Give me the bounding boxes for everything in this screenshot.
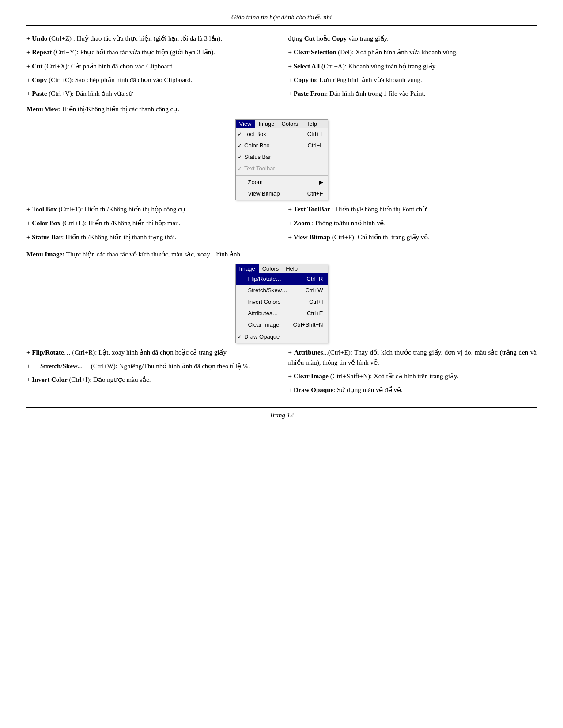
menu-image-stretchskew[interactable]: Stretch/Skew… Ctrl+W <box>236 285 328 296</box>
item-paste-from: + Paste From: Dán hình ảnh trong 1 file … <box>288 89 537 99</box>
footer-page: Trang 12 <box>269 411 294 419</box>
menu-view-colorbox[interactable]: ✓ Color Box Ctrl+L <box>236 140 328 151</box>
item-zoom: + Zoom : Phóng to/thu nhỏ hình vẽ. <box>288 218 537 228</box>
zoom-arrow: ▶ <box>319 177 323 187</box>
shortcut-stretchskew: Ctrl+W <box>305 286 323 295</box>
menu-view-toolbox[interactable]: ✓ Tool Box Ctrl+T <box>236 128 328 140</box>
shortcut-bitmap: Ctrl+F <box>307 189 323 199</box>
item-select-all: + Select All (Ctrl+A): Khoanh vùng toàn … <box>288 61 537 72</box>
menu-image-clearimage[interactable]: Clear Image Ctrl+Shft+N <box>236 319 328 331</box>
page-footer: Trang 12 <box>26 407 537 419</box>
check-drawopaque: ✓ <box>238 334 242 340</box>
page: Giáo trình tin học dành cho thiếu nhi + … <box>0 0 563 728</box>
menu-image-label: Menu Image: Thực hiện các thao tác về kí… <box>26 249 537 260</box>
menu-view-bitmap[interactable]: View Bitmap Ctrl+F <box>236 188 328 200</box>
menu-image-image: Image Colors Help Flip/Rotate… Ctrl+R St… <box>26 264 537 343</box>
menu-view-box: View Image Colors Help ✓ Tool Box Ctrl+T… <box>235 119 328 200</box>
menu-bar-image2[interactable]: Image <box>236 264 259 273</box>
menu-bar-help2[interactable]: Help <box>282 264 301 273</box>
shortcut-colorbox: Ctrl+L <box>307 141 323 151</box>
shortcut-attributes: Ctrl+E <box>307 309 323 318</box>
item-stretchskew: + Stretch/Skew... (Ctrl+W): Nghiêng/Thu … <box>26 361 275 371</box>
item-drawopaque: + Draw Opaque: Sử dụng màu vẽ để vẽ. <box>288 385 537 395</box>
menu-view-bar: View Image Colors Help <box>236 120 328 128</box>
menu-image-invertcolors[interactable]: Invert Colors Ctrl+I <box>236 296 328 308</box>
menu-view-texttoolbar[interactable]: ✓ Text Toolbar <box>236 163 328 174</box>
check-statusbar: ✓ <box>238 154 242 160</box>
section-edit: + Undo (Ctrl+Z) : Huỷ thao tác vừa thực … <box>26 34 537 102</box>
right-col-edit: dụng Cut hoặc Copy vào trang giấy. + Cle… <box>288 34 537 102</box>
menu-view-label: Menu View: Hiển thị/Không hiển thị các t… <box>26 104 537 114</box>
item-copy-to: + Copy to: Lưu riêng hình ảnh vừa khoanh… <box>288 75 537 85</box>
item-colorbox: + Color Box (Ctrl+L): Hiển thị/Không hiể… <box>26 218 275 228</box>
item-texttoolbar: + Text ToolBar : Hiển thị/Không hiển thị… <box>288 204 537 215</box>
item-clearimage: + Clear Image (Ctrl+Shift+N): Xoá tất cả… <box>288 371 537 381</box>
item-fliprotate: + Flip/Rotate… (Ctrl+R): Lật, xoay hình … <box>26 347 275 358</box>
menu-image-fliprotate[interactable]: Flip/Rotate… Ctrl+R <box>236 273 328 285</box>
menu-image-box: Image Colors Help Flip/Rotate… Ctrl+R St… <box>235 264 328 343</box>
menu-bar-colors2[interactable]: Colors <box>259 264 283 273</box>
item-copy: + Copy (Ctrl+C): Sao chép phần hình đã c… <box>26 75 275 85</box>
check-toolbox: ✓ <box>238 131 242 137</box>
item-invertcolor: + Invert Color (Ctrl+I): Đảo ngược màu s… <box>26 375 275 385</box>
menu-bar-help[interactable]: Help <box>302 120 321 128</box>
menu-view-statusbar[interactable]: ✓ Status Bar <box>236 151 328 163</box>
item-repeat: + Repeat (Ctrl+Y): Phục hồi thao tác vừa… <box>26 47 275 57</box>
page-header: Giáo trình tin học dành cho thiếu nhi <box>26 13 537 26</box>
item-cut: + Cut (Ctrl+X): Cắt phần hình đã chọn và… <box>26 61 275 72</box>
shortcut-invertcolors: Ctrl+I <box>309 297 323 307</box>
shortcut-toolbox: Ctrl+T <box>307 129 323 139</box>
item-paste: + Paste (Ctrl+V): Dán hình ảnh vừa sử <box>26 89 275 99</box>
item-attributes: + Attributes...(Ctrl+E): Thay đổi kích t… <box>288 347 537 368</box>
menu-bar-colors[interactable]: Colors <box>278 120 302 128</box>
left-col-view: + Tool Box (Ctrl+T): Hiển thị/Không hiển… <box>26 204 275 246</box>
menu-bar-view[interactable]: View <box>236 120 255 128</box>
menu-view-zoom[interactable]: Zoom ▶ <box>236 177 328 188</box>
item-statusbar: + Status Bar: Hiển thị/Không hiển thị th… <box>26 232 275 242</box>
item-cut-copy: dụng Cut hoặc Copy vào trang giấy. <box>288 34 537 44</box>
section-image: + Flip/Rotate… (Ctrl+R): Lật, xoay hình … <box>26 347 537 399</box>
menu-view-image: View Image Colors Help ✓ Tool Box Ctrl+T… <box>26 119 537 200</box>
item-clear-selection: + Clear Selection (Del): Xoá phần hình ả… <box>288 47 537 57</box>
shortcut-fliprotate: Ctrl+R <box>306 274 323 284</box>
item-toolbox: + Tool Box (Ctrl+T): Hiển thị/Không hiển… <box>26 204 275 215</box>
left-col-image: + Flip/Rotate… (Ctrl+R): Lật, xoay hình … <box>26 347 275 399</box>
item-undo: + Undo (Ctrl+Z) : Huỷ thao tác vừa thực … <box>26 34 275 44</box>
menu-image-drawopaque[interactable]: ✓ Draw Opaque <box>236 331 328 343</box>
right-col-view: + Text ToolBar : Hiển thị/Không hiển thị… <box>288 204 537 246</box>
right-col-image: + Attributes...(Ctrl+E): Thay đổi kích t… <box>288 347 537 399</box>
shortcut-clearimage: Ctrl+Shft+N <box>293 320 323 330</box>
menu-bar-image[interactable]: Image <box>255 120 278 128</box>
menu-image-attributes[interactable]: Attributes… Ctrl+E <box>236 308 328 319</box>
menu-separator-1 <box>236 175 328 176</box>
header-title: Giáo trình tin học dành cho thiếu nhi <box>231 14 332 21</box>
menu-image-bar: Image Colors Help <box>236 264 328 273</box>
item-viewbitmap: + View Bitmap (Ctrl+F): Chỉ hiển thị tra… <box>288 232 537 242</box>
section-view: + Tool Box (Ctrl+T): Hiển thị/Không hiển… <box>26 204 537 246</box>
check-colorbox: ✓ <box>238 143 242 149</box>
check-texttoolbar: ✓ <box>238 166 242 172</box>
left-col-edit: + Undo (Ctrl+Z) : Huỷ thao tác vừa thực … <box>26 34 275 102</box>
